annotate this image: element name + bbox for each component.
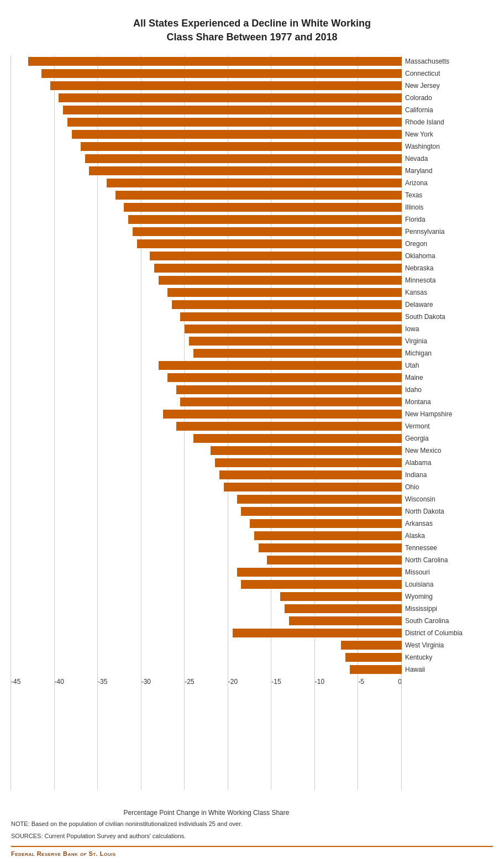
bar-row xyxy=(11,493,402,505)
bar-fill xyxy=(285,604,402,613)
bar-row xyxy=(11,396,402,408)
state-label: Wyoming xyxy=(402,590,493,603)
state-label: Tennessee xyxy=(402,542,493,554)
bar-row xyxy=(11,542,402,554)
state-label: Oklahoma xyxy=(402,250,493,262)
bar-row xyxy=(11,347,402,359)
bar-row xyxy=(11,165,402,177)
bar-row xyxy=(11,274,402,286)
bar-row xyxy=(11,505,402,517)
bar-fill xyxy=(233,629,402,637)
bar-row xyxy=(11,80,402,92)
bar-fill xyxy=(345,653,402,662)
bar-fill xyxy=(176,422,402,431)
state-label: Nebraska xyxy=(402,262,493,274)
bar-fill xyxy=(28,57,402,66)
bar-row xyxy=(11,213,402,226)
state-label: Montana xyxy=(402,396,493,408)
x-axis-label: -15 xyxy=(271,678,281,686)
state-label: Virginia xyxy=(402,335,493,347)
bar-fill xyxy=(280,592,402,601)
state-label: Oregon xyxy=(402,238,493,250)
bar-row xyxy=(11,408,402,420)
bar-fill xyxy=(259,543,402,552)
bar-row xyxy=(11,238,402,250)
bar-fill xyxy=(237,495,402,504)
note1: NOTE: Based on the population of civilia… xyxy=(11,819,493,829)
bar-fill xyxy=(341,641,402,650)
bar-fill xyxy=(116,191,402,200)
bar-fill xyxy=(128,215,402,224)
bar-row xyxy=(11,384,402,396)
bar-row xyxy=(11,92,402,104)
bar-fill xyxy=(211,446,402,455)
bar-fill xyxy=(185,325,402,333)
bar-row xyxy=(11,55,402,67)
bar-row xyxy=(11,104,402,116)
x-axis-label: -25 xyxy=(185,678,194,686)
bar-fill xyxy=(180,312,402,321)
state-label: Florida xyxy=(402,213,493,226)
state-label: Missouri xyxy=(402,566,493,578)
state-label: Georgia xyxy=(402,432,493,445)
state-label: Delaware xyxy=(402,299,493,311)
bar-row xyxy=(11,299,402,311)
bar-fill xyxy=(50,81,402,90)
state-label: North Dakota xyxy=(402,505,493,517)
bar-fill xyxy=(150,252,402,260)
bar-fill xyxy=(241,507,402,516)
bar-row xyxy=(11,627,402,639)
bar-fill xyxy=(72,130,402,139)
state-label: Indiana xyxy=(402,469,493,481)
state-label: Minnesota xyxy=(402,274,493,286)
x-axis-label: -5 xyxy=(358,678,364,686)
x-axis-label: -10 xyxy=(315,678,324,686)
x-axis-label: -40 xyxy=(55,678,64,686)
bar-row xyxy=(11,116,402,128)
bars-area: -45-40-35-30-25-20-15-10-50 xyxy=(11,55,402,807)
bar-row xyxy=(11,153,402,165)
bar-fill xyxy=(89,166,402,175)
x-axis-label: 0 xyxy=(398,678,402,686)
bar-fill xyxy=(41,69,402,78)
state-label: Iowa xyxy=(402,323,493,335)
x-axis-label: -30 xyxy=(141,678,151,686)
state-label: Pennsylvania xyxy=(402,226,493,238)
bar-row xyxy=(11,554,402,566)
bar-row xyxy=(11,67,402,80)
x-axis-label: -45 xyxy=(11,678,20,686)
bar-fill xyxy=(267,556,402,564)
state-label: Michigan xyxy=(402,347,493,359)
state-label: Kentucky xyxy=(402,651,493,663)
state-label: Nevada xyxy=(402,153,493,165)
bar-fill xyxy=(107,179,402,187)
state-label: Illinois xyxy=(402,201,493,213)
state-label: Rhode Island xyxy=(402,116,493,128)
bar-row xyxy=(11,566,402,578)
bar-row xyxy=(11,420,402,432)
bar-row xyxy=(11,128,402,140)
x-axis-label: -35 xyxy=(98,678,107,686)
x-axis-label: -20 xyxy=(228,678,238,686)
bar-row xyxy=(11,323,402,335)
bar-row xyxy=(11,469,402,481)
bar-row xyxy=(11,189,402,201)
state-label: South Carolina xyxy=(402,615,493,627)
state-label: Mississippi xyxy=(402,603,493,615)
bar-row xyxy=(11,603,402,615)
bar-fill xyxy=(133,227,402,236)
state-label: Idaho xyxy=(402,384,493,396)
bar-row xyxy=(11,445,402,457)
bar-row xyxy=(11,372,402,384)
note2: SOURCES: Current Population Survey and a… xyxy=(11,832,493,841)
state-label: Arizona xyxy=(402,177,493,189)
state-label: New Mexico xyxy=(402,445,493,457)
bar-row xyxy=(11,250,402,262)
state-label: District of Columbia xyxy=(402,627,493,639)
bar-row xyxy=(11,590,402,603)
state-label: Vermont xyxy=(402,420,493,432)
bar-row xyxy=(11,432,402,445)
bar-fill xyxy=(189,337,402,346)
bar-fill xyxy=(137,239,402,248)
chart-container: All States Experienced a Decline in Whit… xyxy=(0,0,504,868)
